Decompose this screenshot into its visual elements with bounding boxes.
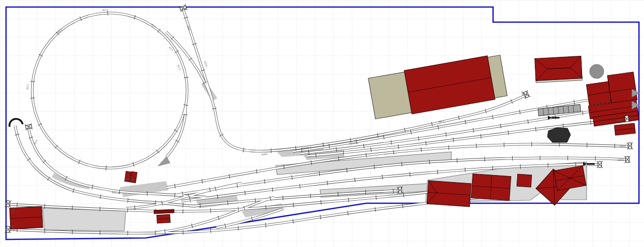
track-part-label: R3.1 xyxy=(103,9,108,12)
track-part-label: 6015 xyxy=(617,119,623,122)
rail-joint-tick xyxy=(449,145,449,150)
depot-building-2[interactable] xyxy=(471,174,511,200)
track-part-label: 6015 xyxy=(620,145,626,148)
rail-joint-tick xyxy=(338,192,339,196)
platform-bottom-left[interactable] xyxy=(43,208,126,231)
small-hut[interactable] xyxy=(157,214,171,223)
track-part-label: 6015 xyxy=(618,158,624,161)
hut-pair[interactable] xyxy=(125,171,137,183)
dark-structure[interactable] xyxy=(547,128,571,142)
rail-joint-tick xyxy=(238,207,238,212)
rail-joint-tick xyxy=(493,166,493,170)
rail-joint-tick xyxy=(366,190,366,195)
depot-building-1[interactable] xyxy=(427,181,471,207)
round-tank-object[interactable] xyxy=(590,64,604,78)
rail-joint-tick xyxy=(175,193,175,197)
goods-shed-building[interactable] xyxy=(535,56,582,83)
track-plan-canvas[interactable]: R3.1R3.1R3.1R3.1R3.1R3.1R3.1608G23160186… xyxy=(0,0,644,247)
rail-joint-tick xyxy=(17,202,18,207)
rail-joint-tick xyxy=(271,148,272,153)
depot-building-3[interactable] xyxy=(517,174,532,187)
rail-joint-tick xyxy=(429,159,430,164)
small-shed-right[interactable] xyxy=(614,123,635,135)
